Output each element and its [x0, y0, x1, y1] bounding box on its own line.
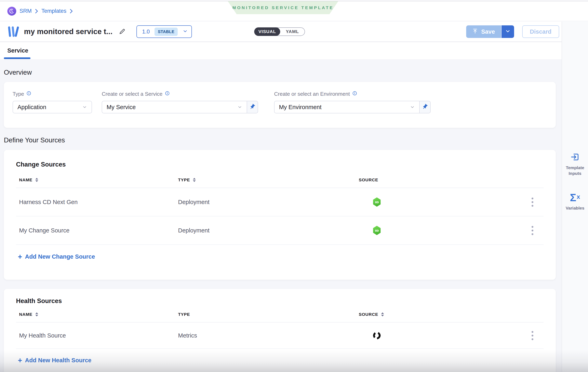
- environment-select[interactable]: My Environment: [274, 101, 420, 113]
- add-change-source-button[interactable]: + Add New Change Source: [18, 253, 95, 260]
- service-label: Create or select a Service: [102, 91, 162, 97]
- type-select[interactable]: Application: [13, 101, 92, 113]
- pushpin-icon: [249, 104, 255, 111]
- save-button[interactable]: Save: [466, 25, 501, 38]
- chevron-down-icon: [237, 105, 242, 110]
- table-row[interactable]: Harness CD Next Gen Deployment ∞: [16, 188, 544, 216]
- toggle-yaml[interactable]: YAML: [280, 29, 304, 34]
- template-inputs-icon: [570, 152, 580, 162]
- save-label: Save: [481, 28, 495, 35]
- chevron-down-icon: [410, 105, 415, 110]
- template-title-bar: my monitored service t... 1.0 STABLE VIS…: [0, 22, 588, 42]
- tab-service[interactable]: Service: [7, 47, 28, 54]
- service-field: Create or select a Service My Service: [102, 91, 258, 128]
- chevron-down-icon: [82, 105, 87, 110]
- sort-icon: [35, 178, 38, 182]
- row-type: Deployment: [178, 227, 359, 234]
- column-header-type[interactable]: TYPE: [178, 312, 359, 317]
- change-sources-card: Change Sources NAME TYPE SOURCE Harness …: [4, 150, 556, 280]
- info-icon[interactable]: [26, 91, 31, 97]
- variables-button[interactable]: Σx Variables: [566, 192, 584, 211]
- chevron-down-icon: [505, 28, 511, 35]
- breadcrumb-templates-link[interactable]: Templates: [42, 8, 66, 14]
- service-select[interactable]: My Service: [102, 101, 247, 113]
- table-row[interactable]: My Change Source Deployment ∞: [16, 216, 544, 245]
- column-header-source[interactable]: SOURCE: [359, 178, 521, 182]
- edit-title-button[interactable]: [118, 28, 126, 36]
- environment-pin-button[interactable]: [420, 101, 431, 113]
- template-inputs-label: Template Inputs: [562, 165, 588, 176]
- overview-card: Type Application Create or select a S: [4, 82, 556, 128]
- harness-cd-icon: ∞: [373, 226, 381, 235]
- template-library-icon: [7, 26, 20, 37]
- monitored-service-template-badge: MONITORED SERVICE TEMPLATE: [228, 1, 338, 14]
- template-right-rail: Template Inputs Σx Variables: [562, 22, 588, 372]
- sort-icon: [193, 178, 196, 182]
- badge-label: MONITORED SERVICE TEMPLATE: [232, 5, 334, 10]
- active-tab-indicator: [4, 57, 31, 59]
- chevron-right-icon: [70, 9, 73, 14]
- template-tab-bar: Service: [0, 42, 562, 59]
- overview-heading: Overview: [4, 69, 562, 76]
- header-actions: Save Discard: [466, 25, 559, 38]
- type-label: Type: [13, 91, 24, 97]
- toggle-visual[interactable]: VISUAL: [254, 27, 280, 36]
- health-sources-header-row: NAME TYPE SOURCE: [16, 312, 544, 322]
- environment-label: Create or select an Environment: [274, 91, 350, 97]
- variables-icon: Σx: [570, 192, 580, 203]
- row-name: My Health Source: [19, 332, 178, 339]
- row-menu-button[interactable]: [530, 196, 536, 209]
- discard-button[interactable]: Discard: [522, 25, 559, 38]
- table-row[interactable]: My Health Source Metrics: [16, 322, 544, 349]
- column-header-name[interactable]: NAME: [19, 312, 178, 317]
- visual-yaml-toggle: VISUAL YAML: [254, 27, 305, 36]
- version-selector[interactable]: 1.0 STABLE: [136, 25, 192, 38]
- service-pin-button[interactable]: [247, 101, 258, 113]
- version-stable-tag: STABLE: [155, 28, 178, 36]
- version-number: 1.0: [142, 29, 150, 35]
- info-icon[interactable]: [165, 91, 170, 97]
- health-sources-title: Health Sources: [16, 289, 544, 305]
- chevron-down-icon: [183, 29, 188, 35]
- page-title: my monitored service t...: [24, 27, 113, 36]
- health-sources-card: Health Sources NAME TYPE SOURCE My Healt…: [4, 289, 556, 372]
- type-field: Type Application: [13, 91, 92, 128]
- service-tab-content: Overview Type Application: [0, 59, 562, 372]
- appdynamics-icon: [373, 331, 381, 340]
- srm-product-icon[interactable]: [7, 7, 16, 16]
- variables-label: Variables: [566, 205, 584, 211]
- row-menu-button[interactable]: [530, 224, 536, 237]
- column-header-source[interactable]: SOURCE: [359, 312, 521, 317]
- row-type: Metrics: [178, 332, 359, 339]
- harness-cd-icon: ∞: [373, 197, 381, 207]
- breadcrumb-srm-link[interactable]: SRM: [20, 8, 32, 14]
- row-type: Deployment: [178, 199, 359, 205]
- template-inputs-button[interactable]: Template Inputs: [562, 152, 588, 176]
- row-menu-button[interactable]: [530, 329, 536, 342]
- change-sources-header-row: NAME TYPE SOURCE: [16, 178, 544, 188]
- save-options-button[interactable]: [501, 25, 514, 38]
- sort-icon: [381, 312, 384, 316]
- column-header-type[interactable]: TYPE: [178, 178, 359, 182]
- define-sources-heading: Define Your Sources: [4, 136, 562, 144]
- sort-icon: [35, 312, 38, 316]
- environment-field: Create or select an Environment My Envir…: [274, 91, 431, 128]
- column-header-name[interactable]: NAME: [19, 178, 178, 182]
- pushpin-icon: [422, 104, 428, 111]
- change-sources-title: Change Sources: [16, 150, 544, 168]
- chevron-right-icon: [35, 9, 38, 14]
- row-name: Harness CD Next Gen: [19, 199, 178, 205]
- info-icon[interactable]: [352, 91, 357, 97]
- row-name: My Change Source: [19, 227, 178, 234]
- save-split-button: Save: [466, 25, 514, 38]
- add-health-source-button[interactable]: + Add New Health Source: [18, 357, 91, 364]
- upload-icon: [472, 28, 478, 35]
